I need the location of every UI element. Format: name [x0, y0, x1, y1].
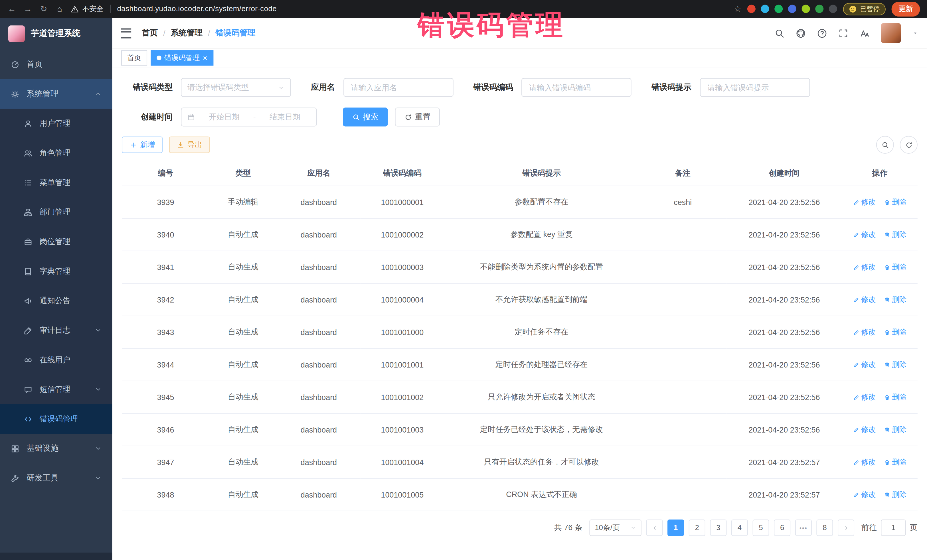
cell-message: 不允许获取敏感配置到前端 — [444, 284, 639, 316]
page-3-button[interactable]: 3 — [710, 519, 726, 536]
page-6-button[interactable]: 6 — [774, 519, 790, 536]
edit-link[interactable]: 修改 — [853, 392, 876, 402]
user-avatar[interactable] — [881, 23, 901, 43]
update-button[interactable]: 更新 — [892, 2, 920, 16]
export-button[interactable]: 导出 — [169, 137, 210, 153]
delete-link[interactable]: 删除 — [884, 360, 907, 370]
edit-link[interactable]: 修改 — [853, 262, 876, 272]
sidebar-item-error-code-mgmt[interactable]: 错误码管理 — [0, 404, 112, 434]
sidebar-item-role-mgmt[interactable]: 角色管理 — [0, 138, 112, 168]
table-row: 3941自动生成dashboard1001000003不能删除类型为系统内置的参… — [122, 251, 918, 284]
error-code-input[interactable] — [528, 82, 625, 93]
page-2-button[interactable]: 2 — [689, 519, 705, 536]
cell-type: 自动生成 — [209, 219, 277, 251]
sidebar-item-sms-mgmt[interactable]: 短信管理 — [0, 375, 112, 404]
create-time-range-picker[interactable]: 开始日期 - 结束日期 — [181, 108, 317, 126]
sidebar-item-notice-mgmt[interactable]: 通知公告 — [0, 286, 112, 316]
home-icon[interactable]: ⌂ — [55, 4, 64, 14]
paused-badge[interactable]: 已暂停 — [843, 3, 886, 15]
edit-link[interactable]: 修改 — [853, 294, 876, 305]
page-1-button[interactable]: 1 — [667, 519, 684, 536]
question-icon[interactable] — [817, 28, 827, 38]
filter-create-time: 创建时间 开始日期 - 结束日期 — [122, 108, 317, 126]
hamburger-icon[interactable] — [121, 28, 131, 38]
search-icon[interactable] — [774, 28, 784, 38]
app-title: 芋道管理系统 — [31, 28, 81, 39]
op-label: 删除 — [892, 197, 907, 207]
delete-link[interactable]: 删除 — [884, 294, 907, 305]
org-icon — [24, 208, 32, 217]
app-logo[interactable]: 芋道管理系统 — [0, 18, 112, 50]
security-chip[interactable]: 不安全 — [71, 4, 103, 14]
refresh-table-icon[interactable] — [900, 136, 918, 154]
delete-link[interactable]: 删除 — [884, 197, 907, 207]
page-8-button[interactable]: 8 — [816, 519, 833, 536]
search-button[interactable]: 搜索 — [343, 108, 388, 126]
reset-button[interactable]: 重置 — [395, 108, 440, 126]
toggle-search-icon[interactable] — [876, 136, 894, 154]
tag-error-code[interactable]: 错误码管理 × — [151, 50, 213, 65]
page-size-select[interactable]: 10条/页 — [589, 519, 641, 536]
delete-link[interactable]: 删除 — [884, 490, 907, 499]
page-4-button[interactable]: 4 — [731, 519, 748, 536]
url-text[interactable]: dashboard.yudao.iocoder.cn/system/error-… — [117, 5, 277, 13]
page-5-button[interactable]: 5 — [753, 519, 769, 536]
sidebar-item-post-mgmt[interactable]: 岗位管理 — [0, 227, 112, 256]
breadcrumb-home[interactable]: 首页 — [142, 28, 158, 38]
sidebar-item-dev-tools[interactable]: 研发工具 — [0, 463, 112, 493]
goto-page-input[interactable] — [881, 519, 906, 536]
next-page-button[interactable] — [838, 519, 854, 536]
sidebar-item-menu-mgmt[interactable]: 菜单管理 — [0, 168, 112, 197]
back-icon[interactable]: ← — [7, 4, 17, 14]
edit-link[interactable]: 修改 — [853, 197, 876, 207]
edit-link[interactable]: 修改 — [853, 327, 876, 337]
page-ellipsis[interactable]: ••• — [795, 519, 812, 536]
delete-link[interactable]: 删除 — [884, 262, 907, 272]
delete-link[interactable]: 删除 — [884, 425, 907, 434]
col-create-time: 创建时间 — [726, 161, 842, 186]
sidebar-item-system-mgmt[interactable]: 系统管理 — [0, 79, 112, 109]
sidebar-item-online-users[interactable]: 在线用户 — [0, 345, 112, 375]
chevron-down-icon — [95, 475, 102, 482]
close-icon[interactable]: × — [203, 54, 207, 62]
github-icon[interactable] — [796, 28, 806, 38]
forward-icon[interactable]: → — [23, 4, 32, 14]
filter-label-create-time: 创建时间 — [122, 112, 173, 122]
error-message-input[interactable] — [706, 82, 803, 93]
extension-pin-icon[interactable] — [829, 5, 837, 13]
delete-link[interactable]: 删除 — [884, 457, 907, 467]
fullscreen-icon[interactable] — [838, 28, 848, 38]
delete-link[interactable]: 删除 — [884, 392, 907, 402]
edit-link[interactable]: 修改 — [853, 360, 876, 370]
breadcrumb-system[interactable]: 系统管理 — [171, 28, 203, 38]
edit-link[interactable]: 修改 — [853, 490, 876, 499]
sidebar-item-infrastructure[interactable]: 基础设施 — [0, 434, 112, 463]
extension-lime-icon[interactable] — [802, 5, 810, 13]
table-row: 3944自动生成dashboard1001001001定时任务的处理器已经存在2… — [122, 348, 918, 381]
extension-red-icon[interactable] — [747, 5, 755, 13]
error-type-select[interactable]: 请选择错误码类型 — [181, 78, 291, 97]
edit-link[interactable]: 修改 — [853, 457, 876, 467]
extension-green-badge-icon[interactable] — [774, 5, 783, 13]
edit-link[interactable]: 修改 — [853, 229, 876, 240]
sidebar-item-dict-mgmt[interactable]: 字典管理 — [0, 256, 112, 286]
sidebar-item-user-mgmt[interactable]: 用户管理 — [0, 109, 112, 138]
cell-ops: 修改删除 — [842, 316, 918, 348]
sidebar-item-home[interactable]: 首页 — [0, 50, 112, 79]
extension-darkgreen-icon[interactable] — [815, 5, 824, 13]
caret-down-icon[interactable] — [912, 30, 918, 36]
sidebar-item-audit-log[interactable]: 审计日志 — [0, 316, 112, 345]
delete-link[interactable]: 删除 — [884, 229, 907, 240]
tag-home[interactable]: 首页 — [121, 50, 147, 65]
sidebar-item-dept-mgmt[interactable]: 部门管理 — [0, 197, 112, 227]
prev-page-button[interactable] — [646, 519, 663, 536]
fontsize-icon[interactable] — [860, 28, 870, 38]
add-button[interactable]: 新增 — [122, 137, 163, 153]
bookmark-star-icon[interactable]: ☆ — [734, 4, 741, 14]
extension-teal-icon[interactable] — [761, 5, 769, 13]
edit-link[interactable]: 修改 — [853, 425, 876, 434]
app-name-input[interactable] — [350, 82, 447, 93]
extension-blue-icon[interactable] — [788, 5, 796, 13]
reload-icon[interactable]: ↻ — [39, 4, 49, 14]
delete-link[interactable]: 删除 — [884, 327, 907, 337]
